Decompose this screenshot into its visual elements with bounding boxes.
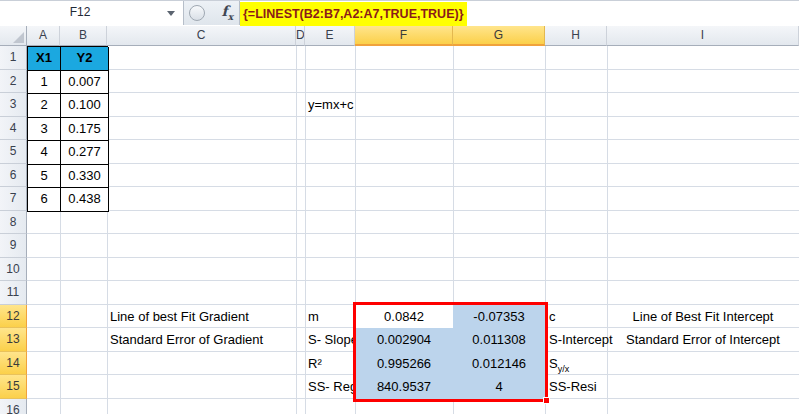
cell-I12[interactable]: Line of Best Fit Intercept [607, 305, 799, 329]
column-header-A[interactable]: A [27, 26, 60, 46]
cell-C12[interactable]: Line of best Fit Gradient [107, 305, 296, 329]
cell-A5[interactable]: 4 [28, 141, 61, 165]
row-header-1[interactable]: 1 [0, 46, 27, 70]
column-header-D[interactable]: D [296, 26, 305, 46]
row-header-16[interactable]: 16 [0, 399, 27, 414]
cell-B3[interactable]: 0.100 [61, 94, 109, 118]
cell-E12[interactable]: m [305, 305, 319, 329]
row-header-11[interactable]: 11 [0, 281, 27, 305]
cell-E13[interactable]: S- Slope [305, 328, 358, 352]
row-header-13[interactable]: 13 [0, 328, 27, 352]
cell-A7[interactable]: 6 [28, 188, 61, 212]
selection-border [353, 302, 548, 402]
gridline [296, 46, 297, 414]
cell-A2[interactable]: 1 [28, 71, 61, 95]
cell-A6[interactable]: 5 [28, 165, 61, 189]
cell-A4[interactable]: 3 [28, 118, 61, 142]
formula-bar: F12 fx {=LINEST(B2:B7,A2:A7,TRUE,TRUE)} [0, 0, 799, 25]
column-header-G[interactable]: G [453, 26, 545, 46]
cell-B6[interactable]: 0.330 [61, 165, 109, 189]
row-header-8[interactable]: 8 [0, 211, 27, 235]
column-header-row: A B C D E F G H I [0, 26, 799, 46]
cell-E14[interactable]: R² [305, 352, 322, 376]
row-header-5[interactable]: 5 [0, 140, 27, 164]
row-header-15[interactable]: 15 [0, 375, 27, 399]
fx-icon: fx [222, 3, 233, 19]
formula-input[interactable]: {=LINEST(B2:B7,A2:A7,TRUE,TRUE)} [240, 1, 799, 25]
fill-handle[interactable] [543, 397, 550, 404]
column-header-C[interactable]: C [107, 26, 296, 46]
column-header-F[interactable]: F [355, 26, 453, 46]
function-zone: fx [183, 1, 240, 25]
row-header-2[interactable]: 2 [0, 70, 27, 94]
row-header-7[interactable]: 7 [0, 187, 27, 211]
cell-B1[interactable]: Y2 [61, 47, 109, 71]
cell-B5[interactable]: 0.277 [61, 141, 109, 165]
xy-data-table: X1 Y2 1 0.007 2 0.100 3 0.175 4 0.277 5 … [27, 46, 108, 212]
name-box-dropdown-button[interactable] [160, 1, 183, 25]
row-header-10[interactable]: 10 [0, 258, 27, 282]
formula-text: {=LINEST(B2:B7,A2:A7,TRUE,TRUE)} [240, 2, 467, 26]
cell-H15[interactable]: SS-Resi [546, 375, 597, 399]
insert-function-button[interactable]: fx [222, 3, 233, 22]
row-header-12[interactable]: 12 [0, 305, 27, 329]
row-header-6[interactable]: 6 [0, 164, 27, 188]
cell-E3[interactable]: y=mx+c [305, 93, 354, 117]
column-header-E[interactable]: E [305, 26, 355, 46]
cell-H14[interactable]: Sy/x [546, 352, 569, 376]
spreadsheet: F12 fx {=LINEST(B2:B7,A2:A7,TRUE,TRUE)} … [0, 0, 799, 414]
row-header-4[interactable]: 4 [0, 117, 27, 141]
column-header-H[interactable]: H [545, 26, 607, 46]
cell-B7[interactable]: 0.438 [61, 188, 109, 212]
row-header-9[interactable]: 9 [0, 234, 27, 258]
cell-C13[interactable]: Standard Error of Gradient [107, 328, 296, 352]
cell-A3[interactable]: 2 [28, 94, 61, 118]
name-box[interactable]: F12 [0, 1, 160, 25]
cell-A1[interactable]: X1 [28, 47, 61, 71]
cell-B2[interactable]: 0.007 [61, 71, 109, 95]
cell-B4[interactable]: 0.175 [61, 118, 109, 142]
gridline [607, 46, 608, 414]
cell-H13[interactable]: S-Intercept [546, 328, 613, 352]
round-button-icon [189, 5, 205, 21]
column-header-B[interactable]: B [60, 26, 107, 46]
row-header-14[interactable]: 14 [0, 352, 27, 376]
chevron-down-icon [167, 11, 175, 16]
column-header-I[interactable]: I [607, 26, 799, 46]
row-header-3[interactable]: 3 [0, 93, 27, 117]
cell-I13[interactable]: Standard Error of Intercept [607, 328, 799, 352]
cell-E15[interactable]: SS- Reg [305, 375, 357, 399]
